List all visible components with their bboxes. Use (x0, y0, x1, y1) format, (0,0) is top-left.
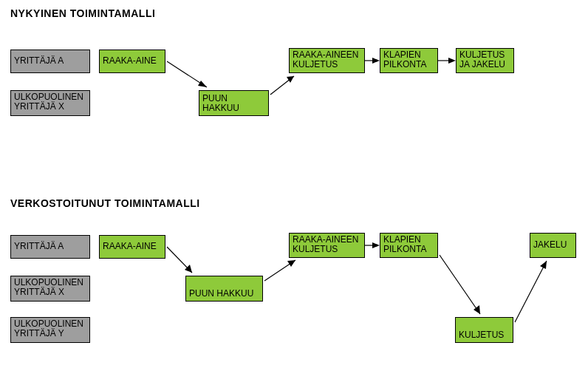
svg-marker-11 (287, 260, 295, 267)
svg-marker-13 (372, 242, 380, 248)
svg-line-14 (440, 255, 480, 314)
svg-line-16 (515, 261, 547, 322)
arrows-networked (0, 0, 588, 371)
diagram-canvas: NYKYINEN TOIMINTAMALLI YRITTÄJÄ A ULKOPU… (0, 0, 588, 371)
